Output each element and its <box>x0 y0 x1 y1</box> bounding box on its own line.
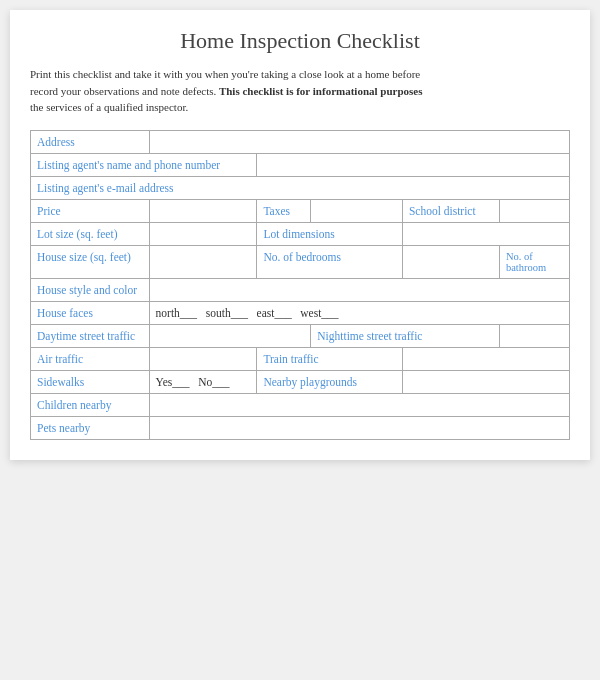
pets-nearby-value[interactable] <box>149 416 569 439</box>
bedrooms-label: No. of bedrooms <box>257 245 403 278</box>
playgrounds-value[interactable] <box>402 370 569 393</box>
school-district-value[interactable] <box>499 199 569 222</box>
train-traffic-value[interactable] <box>402 347 569 370</box>
house-faces-label: House faces <box>31 301 150 324</box>
playgrounds-label: Nearby playgrounds <box>257 370 403 393</box>
checklist-table: Address Listing agent's name and phone n… <box>30 130 570 440</box>
table-row: Listing agent's e-mail address <box>31 176 570 199</box>
address-label: Address <box>31 130 150 153</box>
table-row: Lot size (sq. feet) Lot dimensions <box>31 222 570 245</box>
table-row: Pets nearby <box>31 416 570 439</box>
sidewalks-label: Sidewalks <box>31 370 150 393</box>
agent-email-label: Listing agent's e-mail address <box>31 176 570 199</box>
house-style-value[interactable] <box>149 278 569 301</box>
table-row: House style and color <box>31 278 570 301</box>
children-nearby-value[interactable] <box>149 393 569 416</box>
house-size-label: House size (sq. feet) <box>31 245 150 278</box>
table-row: Sidewalks Yes___ No___ Nearby playground… <box>31 370 570 393</box>
table-row: Address <box>31 130 570 153</box>
lot-dimensions-value[interactable] <box>402 222 569 245</box>
table-row: Listing agent's name and phone number <box>31 153 570 176</box>
daytime-traffic-label: Daytime street traffic <box>31 324 150 347</box>
daytime-traffic-value[interactable] <box>149 324 311 347</box>
agent-name-label: Listing agent's name and phone number <box>31 153 257 176</box>
intro-text: Print this checklist and take it with yo… <box>30 66 570 116</box>
price-label: Price <box>31 199 150 222</box>
nighttime-traffic-value[interactable] <box>499 324 569 347</box>
table-row: Price Taxes School district <box>31 199 570 222</box>
house-style-label: House style and color <box>31 278 150 301</box>
pets-nearby-label: Pets nearby <box>31 416 150 439</box>
lot-size-label: Lot size (sq. feet) <box>31 222 150 245</box>
page-title: Home Inspection Checklist <box>30 28 570 54</box>
lot-dimensions-label: Lot dimensions <box>257 222 403 245</box>
sidewalks-value: Yes___ No___ <box>149 370 257 393</box>
train-traffic-label: Train traffic <box>257 347 403 370</box>
lot-size-value[interactable] <box>149 222 257 245</box>
price-value[interactable] <box>149 199 257 222</box>
bathrooms-label: No. of bathroom <box>499 245 569 278</box>
air-traffic-label: Air traffic <box>31 347 150 370</box>
school-district-label: School district <box>402 199 499 222</box>
table-row: Air traffic Train traffic <box>31 347 570 370</box>
table-row: House faces north___ south___ east___ we… <box>31 301 570 324</box>
taxes-value[interactable] <box>311 199 403 222</box>
house-faces-value: north___ south___ east___ west___ <box>149 301 569 324</box>
table-row: House size (sq. feet) No. of bedrooms No… <box>31 245 570 278</box>
page-container: Home Inspection Checklist Print this che… <box>10 10 590 460</box>
address-value[interactable] <box>149 130 569 153</box>
table-row: Children nearby <box>31 393 570 416</box>
nighttime-traffic-label: Nighttime street traffic <box>311 324 500 347</box>
taxes-label: Taxes <box>257 199 311 222</box>
house-size-value[interactable] <box>149 245 257 278</box>
bedrooms-value[interactable] <box>402 245 499 278</box>
agent-name-value[interactable] <box>257 153 570 176</box>
children-nearby-label: Children nearby <box>31 393 150 416</box>
table-row: Daytime street traffic Nighttime street … <box>31 324 570 347</box>
air-traffic-value[interactable] <box>149 347 257 370</box>
